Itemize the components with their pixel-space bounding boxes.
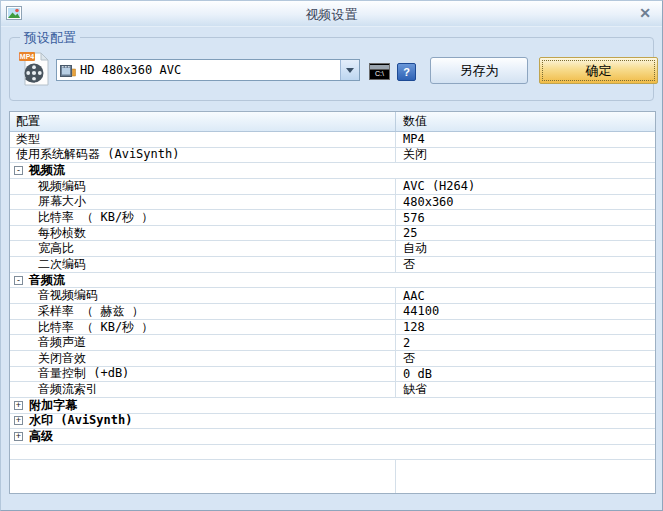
- expand-toggle-icon[interactable]: +: [14, 432, 23, 441]
- command-line-button[interactable]: C:\: [369, 63, 390, 80]
- expand-toggle-icon[interactable]: +: [14, 416, 23, 425]
- table-row[interactable]: 视频编码 AVC (H264): [10, 179, 655, 195]
- table-row[interactable]: 音视频编码 AAC: [10, 288, 655, 304]
- window-title: 视频设置: [306, 6, 358, 24]
- row-value: 44100: [396, 304, 655, 319]
- cli-button-label: C:\: [375, 70, 384, 77]
- row-value: 关闭: [396, 148, 655, 163]
- row-value: 自动: [396, 241, 655, 256]
- mp4-file-icon: MP4: [18, 51, 53, 87]
- row-label: 音视频编码: [16, 288, 98, 303]
- row-label: 水印 (AviSynth): [29, 414, 132, 429]
- table-row[interactable]: 每秒桢数 25: [10, 226, 655, 242]
- row-value: AAC: [396, 288, 655, 303]
- row-value: MP4: [396, 132, 655, 147]
- table-row[interactable]: 关闭音效 否: [10, 351, 655, 367]
- row-label: 采样率 （ 赫兹 ）: [16, 304, 144, 319]
- table-row[interactable]: 采样率 （ 赫兹 ） 44100: [10, 304, 655, 320]
- chevron-down-icon[interactable]: [340, 60, 359, 80]
- row-label: 屏幕大小: [16, 195, 86, 210]
- row-label: 高级: [29, 429, 53, 444]
- empty-config-cell: [10, 460, 396, 493]
- row-label: 比特率 （ KB/秒 ）: [16, 210, 153, 225]
- row-value: 480x360: [396, 195, 655, 210]
- close-icon[interactable]: ✕: [639, 5, 651, 21]
- settings-table: 配置 数值 类型 MP4 使用系统解码器 (AviSynth) 关闭 - 视频流…: [9, 111, 656, 494]
- table-row[interactable]: 屏幕大小 480x360: [10, 195, 655, 211]
- table-row[interactable]: - 音频流: [10, 273, 655, 289]
- row-label: 视频编码: [16, 179, 86, 194]
- row-value: 576: [396, 210, 655, 225]
- empty-row: [10, 445, 655, 461]
- ok-button[interactable]: 确定: [539, 57, 658, 84]
- row-label: 宽高比: [16, 241, 74, 256]
- preset-combobox[interactable]: HD 480x360 AVC: [56, 59, 360, 81]
- table-header: 配置 数值: [10, 112, 655, 132]
- row-label: 关闭音效: [16, 351, 86, 366]
- row-value: 128: [396, 320, 655, 335]
- table-row[interactable]: + 高级: [10, 429, 655, 445]
- table-row[interactable]: + 水印 (AviSynth): [10, 414, 655, 430]
- preset-group-label: 预设配置: [20, 29, 80, 47]
- row-label: 视频流: [29, 163, 65, 178]
- table-row[interactable]: 音频流索引 缺省: [10, 382, 655, 398]
- collapse-toggle-icon[interactable]: -: [14, 276, 23, 285]
- titlebar[interactable]: 视频设置 ✕: [1, 1, 662, 27]
- row-value: 2: [396, 335, 655, 350]
- row-label: 音频流索引: [16, 382, 98, 397]
- row-label: 附加字幕: [29, 398, 77, 413]
- row-label: 音量控制 (+dB): [16, 367, 129, 382]
- table-row[interactable]: 使用系统解码器 (AviSynth) 关闭: [10, 148, 655, 164]
- row-label: 使用系统解码器 (AviSynth): [16, 148, 179, 163]
- svg-text:MP4: MP4: [20, 53, 35, 60]
- row-label: 二次编码: [16, 257, 86, 272]
- row-value: 否: [396, 351, 655, 366]
- row-label: 音频声道: [16, 335, 86, 350]
- row-label: 音频流: [29, 273, 65, 288]
- column-header-value[interactable]: 数值: [396, 112, 655, 131]
- app-picture-icon: [6, 5, 22, 21]
- table-row[interactable]: 比特率 （ KB/秒 ） 576: [10, 210, 655, 226]
- row-value: 缺省: [396, 382, 655, 397]
- video-settings-dialog: 视频设置 ✕ 预设配置 MP4: [0, 0, 663, 511]
- expand-toggle-icon[interactable]: +: [14, 401, 23, 410]
- row-label: 每秒桢数: [16, 226, 86, 241]
- row-value: AVC (H264): [396, 179, 655, 194]
- empty-value-cell: [396, 460, 655, 493]
- table-row[interactable]: 音量控制 (+dB) 0 dB: [10, 367, 655, 383]
- table-row[interactable]: 比特率 （ KB/秒 ） 128: [10, 320, 655, 336]
- row-value: 0 dB: [396, 367, 655, 382]
- column-header-config[interactable]: 配置: [10, 112, 396, 131]
- preset-combobox-value: HD 480x360 AVC: [80, 63, 181, 77]
- row-label: 类型: [16, 132, 40, 147]
- table-row[interactable]: 二次编码 否: [10, 257, 655, 273]
- row-label: 比特率 （ KB/秒 ）: [16, 320, 153, 335]
- table-row[interactable]: 类型 MP4: [10, 132, 655, 148]
- collapse-toggle-icon[interactable]: -: [14, 166, 23, 175]
- table-row[interactable]: 音频声道 2: [10, 335, 655, 351]
- empty-area: [10, 460, 655, 493]
- table-row[interactable]: 宽高比 自动: [10, 241, 655, 257]
- row-value: 否: [396, 257, 655, 272]
- table-row[interactable]: - 视频流: [10, 163, 655, 179]
- preset-item-film-icon: [60, 63, 76, 77]
- table-body: 类型 MP4 使用系统解码器 (AviSynth) 关闭 - 视频流 视频编码 …: [10, 132, 655, 445]
- help-button[interactable]: ?: [397, 63, 416, 81]
- preset-groupbox: 预设配置 MP4: [9, 37, 654, 101]
- save-as-button[interactable]: 另存为: [430, 57, 528, 84]
- row-value: 25: [396, 226, 655, 241]
- table-row[interactable]: + 附加字幕: [10, 398, 655, 414]
